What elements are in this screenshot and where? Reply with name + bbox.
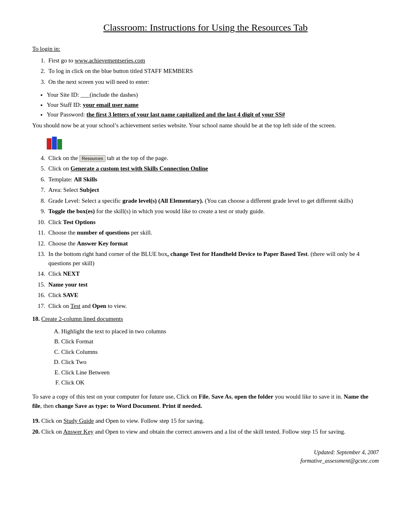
password-bullet: Your Password: the first 3 letters of yo… bbox=[47, 110, 379, 119]
print-bold: Print if needed. bbox=[162, 403, 202, 409]
credential-bullets: Your Site ID: ___(include the dashes) Yo… bbox=[47, 90, 379, 119]
step-6: Template: All Skills bbox=[47, 175, 379, 184]
step-20: 20. Click on Answer Key and Open to view… bbox=[32, 427, 379, 436]
step-10: Click Test Options bbox=[47, 218, 379, 227]
login-steps-list: First go to www.achievementseries.com To… bbox=[47, 56, 379, 87]
step9-after: for the skill(s) in which you would like… bbox=[95, 208, 265, 214]
step20-before: Click on bbox=[42, 428, 63, 435]
books-icon bbox=[47, 137, 64, 151]
open-folder-bold: open the folder bbox=[235, 393, 274, 400]
template-value: All Skills bbox=[74, 176, 98, 183]
change-save-bold: change Save as type: to Word Document bbox=[55, 403, 159, 409]
step11-bold: number of questions bbox=[77, 229, 130, 236]
step19-num: 19. bbox=[32, 418, 40, 424]
page-title: Classroom: Instructions for Using the Re… bbox=[32, 20, 379, 35]
alpha-a: Highlight the text to placed in two colu… bbox=[61, 327, 379, 336]
step5-before: Click on bbox=[48, 165, 71, 172]
staff-id-value: your email user name bbox=[83, 102, 138, 108]
open-bold: Open bbox=[92, 303, 106, 309]
step-15: Name your test bbox=[47, 280, 379, 289]
login-label: To login in: bbox=[32, 44, 379, 54]
resources-tab-button: Resources bbox=[79, 155, 106, 162]
alpha-steps-list: Highlight the text to placed in two colu… bbox=[61, 327, 379, 387]
step18-num: 18. bbox=[32, 316, 40, 322]
footer: Updated: September 4, 2007 formative_ass… bbox=[32, 448, 379, 465]
test-link: Test bbox=[71, 303, 81, 309]
staff-id-bullet: Your Staff ID: your email user name bbox=[47, 100, 379, 110]
step-17: Click on Test and Open to view. bbox=[47, 301, 379, 311]
step20-after: and Open to view and obtain the correct … bbox=[93, 428, 345, 435]
step-19: 19. Click on Study Guide and Open to vie… bbox=[32, 416, 379, 426]
step-13: In the bottom right hand corner of the B… bbox=[47, 249, 379, 268]
site-id-bullet: Your Site ID: ___(include the dashes) bbox=[47, 90, 379, 100]
step-4: Click on the Resources tab at the top of… bbox=[47, 154, 379, 163]
step-8: Grade Level: Select a specific grade lev… bbox=[47, 196, 379, 206]
save-as-bold: Save As bbox=[212, 393, 232, 400]
skills-connection-link: Generate a custom test with Skills Conne… bbox=[71, 165, 208, 172]
step-1: First go to www.achievementseries.com bbox=[47, 56, 379, 65]
footer-updated: Updated: September 4, 2007 bbox=[32, 448, 379, 457]
step20-num: 20. bbox=[32, 428, 40, 435]
step12-before: Choose the bbox=[48, 240, 77, 247]
step13-before: In the bottom right hand corner of the B… bbox=[48, 251, 167, 257]
intro-paragraph: You should now be at your school’s achie… bbox=[32, 121, 379, 130]
step11-before: Choose the bbox=[48, 229, 77, 236]
alpha-e: Click Line Between bbox=[61, 368, 379, 377]
step-14: Click NEXT bbox=[47, 269, 379, 278]
two-column-link: Create 2-column lined documents bbox=[42, 316, 123, 322]
step14-bold: NEXT bbox=[63, 270, 80, 277]
step-18: 18. Create 2-column lined documents bbox=[32, 314, 379, 324]
step4-text: Click on the bbox=[48, 155, 78, 161]
password-value: the first 3 letters of your last name ca… bbox=[87, 111, 285, 118]
step-5: Click on Generate a custom test with Ski… bbox=[47, 164, 379, 173]
footer-email: formative_assessment@gcsnc.com bbox=[32, 457, 379, 465]
step15-bold: Name your test bbox=[48, 281, 87, 288]
area-value: Subject bbox=[79, 187, 99, 193]
step4b-text: tab at the top of the page. bbox=[107, 155, 168, 161]
alpha-f: Click OK bbox=[61, 378, 379, 387]
step13-bold: , change Test for Handheld Device to Pap… bbox=[167, 251, 307, 257]
step-7: Area: Select Subject bbox=[47, 185, 379, 195]
step-3: On the next screen you will need to ente… bbox=[47, 77, 379, 87]
step-2: To log in click on the blue button title… bbox=[47, 66, 379, 76]
main-steps-list: Click on the Resources tab at the top of… bbox=[47, 154, 379, 311]
step19-after: and Open to view. Follow step 15 for sav… bbox=[94, 418, 204, 424]
step9-bold: Toggle the box(es) bbox=[48, 208, 95, 214]
step-9: Toggle the box(es) for the skill(s) in w… bbox=[47, 207, 379, 216]
step16-bold: SAVE bbox=[63, 292, 78, 298]
study-guide-link: Study Guide bbox=[64, 418, 94, 424]
alpha-b: Click Format bbox=[61, 337, 379, 346]
step-11: Choose the number of questions per skill… bbox=[47, 228, 379, 237]
step8-bold: grade level(s) (All Elementary). bbox=[122, 197, 203, 204]
step12-bold: Answer Key format bbox=[77, 240, 128, 247]
step8-after: (You can choose a different grade level … bbox=[203, 197, 353, 204]
step-16: Click SAVE bbox=[47, 291, 379, 300]
save-paragraph: To save a copy of this test on your comp… bbox=[32, 392, 379, 411]
step19-before: Click on bbox=[42, 418, 64, 424]
achievementseries-link[interactable]: www.achievementseries.com bbox=[75, 57, 145, 64]
file-bold: File bbox=[199, 393, 208, 400]
alpha-d: Click Two bbox=[61, 357, 379, 367]
step11-after: per skill. bbox=[129, 229, 152, 236]
step-12: Choose the Answer Key format bbox=[47, 239, 379, 248]
alpha-c: Click Columns bbox=[61, 347, 379, 357]
step8-before: Grade Level: Select a specific bbox=[48, 197, 122, 204]
answer-key-link: Answer Key bbox=[63, 428, 93, 435]
step10-bold: Test Options bbox=[63, 219, 95, 225]
